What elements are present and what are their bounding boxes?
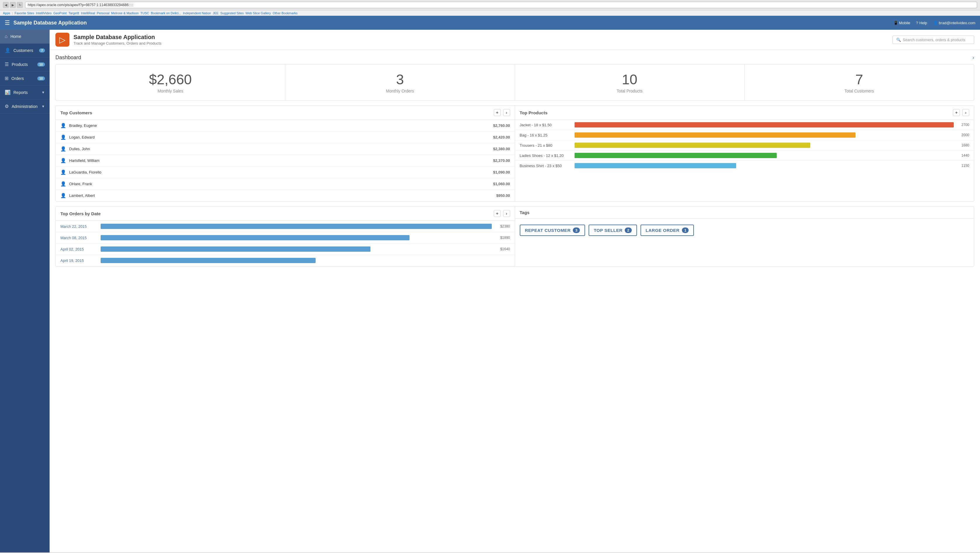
orders-expand-btn[interactable]: ›	[503, 210, 510, 217]
bookmark-suggested[interactable]: Suggested Sites	[220, 11, 243, 15]
list-item[interactable]: April 02, 2015 $1640	[56, 243, 515, 255]
list-item[interactable]: Business Shirt - 23 x $50 1150	[515, 161, 974, 171]
user-link[interactable]: 👤 brad@intelivideo.com	[933, 21, 975, 25]
bookmark-webslice[interactable]: Web Slice Gallery	[246, 11, 271, 15]
order-date[interactable]: April 19, 2015	[60, 258, 98, 263]
top-products-panel: Top Products + › Jacket - 18 x $1.50 270…	[515, 106, 974, 201]
sidebar-label-orders: Orders	[11, 76, 37, 81]
orders-tags-panels: Top Orders by Date + › March 22, 2015 $2…	[56, 206, 974, 267]
list-item[interactable]: March 08, 2015 $1890	[56, 232, 515, 243]
tag-item[interactable]: LARGE ORDER 1	[641, 224, 694, 236]
customers-add-btn[interactable]: +	[494, 109, 501, 116]
list-item[interactable]: Bag - 16 x $1.25 2000	[515, 130, 974, 140]
reload-btn[interactable]: ↻	[17, 2, 23, 8]
orders-list: March 22, 2015 $2380 March 08, 2015 $189…	[56, 221, 515, 266]
tag-count: 3	[573, 227, 579, 233]
bookmark-delici[interactable]: Bookmark on Delici...	[151, 11, 181, 15]
order-amount: $2380	[494, 224, 510, 228]
bookmark-geo[interactable]: GeoPoint	[53, 11, 67, 15]
list-item[interactable]: March 22, 2015 $2380	[56, 221, 515, 232]
product-value: 1680	[956, 143, 969, 147]
list-item[interactable]: 👤 Logan, Edward $2,420.00	[56, 132, 515, 143]
sidebar-item-customers[interactable]: 👤 Customers 7	[0, 43, 49, 57]
list-item[interactable]: 👤 Bradley, Eugene $2,760.00	[56, 120, 515, 132]
bookmark-intellireal[interactable]: IntelliReal	[81, 11, 95, 15]
sidebar-item-products[interactable]: ☰ Products 10	[0, 57, 49, 72]
sidebar-item-reports[interactable]: 📊 Reports ▼	[0, 86, 49, 100]
order-amount: $1640	[494, 247, 510, 251]
bookmark-personal[interactable]: Personal	[97, 11, 110, 15]
dashboard-section: Dashboard › $2,660 Monthly Sales 3 Month…	[49, 50, 980, 267]
product-bar	[574, 122, 954, 127]
orders-add-btn[interactable]: +	[494, 210, 501, 217]
order-bar	[100, 246, 371, 252]
mobile-link[interactable]: 📱 Mobile	[893, 21, 910, 25]
bookmark-melrose[interactable]: Melrose & Madison	[111, 11, 138, 15]
products-add-btn[interactable]: +	[953, 109, 960, 116]
product-bar-container	[574, 163, 954, 168]
forward-btn[interactable]: ▶	[10, 2, 16, 8]
bookmark-tusc[interactable]: TUSC	[140, 11, 149, 15]
dashboard-expand-icon[interactable]: ›	[972, 54, 974, 61]
orders-icon: ⊞	[5, 76, 8, 81]
avatar-icon: 👤	[60, 181, 66, 187]
order-date[interactable]: March 08, 2015	[60, 236, 98, 240]
main-content: ▷ Sample Database Application Track and …	[49, 30, 980, 552]
bookmark-nation[interactable]: Independent Nation	[183, 11, 211, 15]
product-bar-container	[574, 143, 954, 148]
customer-amount: $2,370.00	[493, 158, 510, 163]
tag-item[interactable]: TOP SELLER 2	[589, 224, 637, 236]
list-item[interactable]: Ladies Shoes - 12 x $1.20 1440	[515, 151, 974, 161]
order-bar-container	[100, 224, 492, 229]
dashboard-header: Dashboard ›	[56, 54, 974, 61]
monthly-orders-label: Monthly Orders	[290, 89, 510, 93]
tag-label: LARGE ORDER	[646, 228, 679, 233]
url-bar[interactable]: https://apex.oracle.com/pls/apex/f?p=987…	[25, 2, 977, 8]
list-item[interactable]: 👤 OHare, Frank $1,060.00	[56, 178, 515, 190]
list-item[interactable]: Trousers - 21 x $80 1680	[515, 140, 974, 151]
help-link[interactable]: ? Help	[916, 21, 927, 25]
back-btn[interactable]: ◀	[3, 2, 9, 8]
list-item[interactable]: 👤 Dulles, John $2,380.00	[56, 143, 515, 155]
list-item[interactable]: 👤 Lambert, Albert $950.00	[56, 190, 515, 201]
product-bar-container	[574, 122, 954, 127]
customers-badge: 7	[39, 48, 45, 52]
sidebar-label-customers: Customers	[13, 48, 39, 53]
list-item[interactable]: 👤 Hartsfield, William $2,370.00	[56, 155, 515, 167]
hamburger-icon[interactable]: ☰	[5, 19, 10, 26]
bookmark-jee[interactable]: JEE	[213, 11, 218, 15]
administration-chevron-icon: ▼	[41, 105, 45, 108]
list-item[interactable]: 👤 LaGuardia, Fiorello $1,090.00	[56, 167, 515, 178]
product-value: 2000	[956, 133, 969, 137]
list-item[interactable]: Jacket - 18 x $1.50 2700	[515, 120, 974, 130]
bookmark-target[interactable]: TargetIt	[68, 11, 80, 15]
top-orders-panel: Top Orders by Date + › March 22, 2015 $2…	[56, 207, 515, 266]
tags-panel: Tags REPEAT CUSTOMER 3 TOP SELLER 2 LARG…	[515, 207, 974, 266]
list-item[interactable]: April 19, 2015	[56, 255, 515, 266]
sidebar-item-orders[interactable]: ⊞ Orders 10	[0, 72, 49, 86]
stat-total-products: 10 Total Products	[515, 64, 745, 100]
app-logo: ▷	[56, 33, 69, 47]
order-date[interactable]: March 22, 2015	[60, 224, 98, 229]
search-box[interactable]: 🔍 Search customers, orders & products	[892, 36, 974, 44]
bookmark-apps[interactable]: Apps	[3, 11, 10, 15]
customer-name: Lambert, Albert	[69, 193, 496, 198]
url-text: https://apex.oracle.com/pls/apex/f?p=987…	[28, 3, 134, 7]
product-value: 1440	[956, 153, 969, 157]
tags-title: Tags	[520, 210, 530, 215]
bookmark-intelli[interactable]: IntelliVideo	[36, 11, 52, 15]
sidebar-item-administration[interactable]: ⚙ Administration ▼	[0, 100, 49, 113]
tag-count: 2	[625, 227, 632, 233]
tag-label: REPEAT CUSTOMER	[525, 228, 571, 233]
stat-total-customers: 7 Total Customers	[745, 64, 974, 100]
bookmark-fav[interactable]: Favorite Sites	[14, 11, 34, 15]
order-date[interactable]: April 02, 2015	[60, 247, 98, 251]
tag-item[interactable]: REPEAT CUSTOMER 3	[520, 224, 585, 236]
stat-monthly-orders: 3 Monthly Orders	[285, 64, 515, 100]
products-badge: 10	[37, 62, 45, 67]
sidebar-item-home[interactable]: ⌂ Home	[0, 30, 49, 43]
customers-expand-btn[interactable]: ›	[503, 109, 510, 116]
product-bar	[574, 143, 811, 148]
products-expand-btn[interactable]: ›	[962, 109, 969, 116]
bookmark-other[interactable]: Other Bookmarks	[273, 11, 298, 15]
